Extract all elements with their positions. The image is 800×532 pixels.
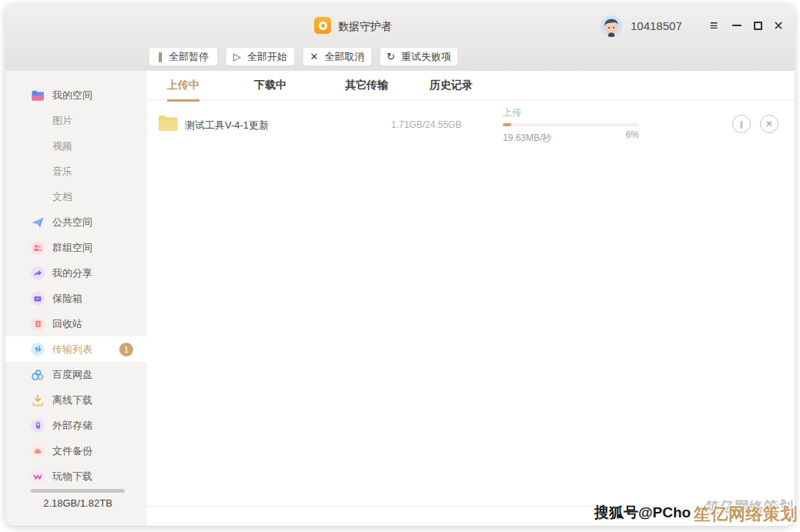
sidebar-item-label: 公共空间 [52, 216, 92, 229]
retry-failed-label: 重试失败项 [401, 50, 451, 64]
app-title: 数据守护者 [338, 20, 392, 34]
group-icon [31, 241, 45, 255]
folder-icon [158, 114, 179, 135]
close-icon: ✕ [773, 18, 783, 33]
app-logo-icon [314, 17, 331, 34]
sidebar-item-label: 视频 [52, 139, 72, 153]
watermark-sohu: 搜狐号@PCho [594, 503, 691, 523]
sidebar-item-label: 玩物下载 [52, 470, 92, 483]
tab-history[interactable]: 历史记录 [430, 79, 473, 99]
avatar-image [601, 15, 622, 37]
external-storage-icon [31, 419, 45, 433]
sidebar-item-label: 回收站 [52, 317, 82, 331]
sidebar-item-label: 图片 [52, 114, 72, 128]
pause-all-button[interactable]: ∥ 全部暂停 [149, 47, 218, 66]
transfer-count-badge: 1 [119, 343, 133, 356]
user-id: 10418507 [631, 19, 682, 32]
transfer-file-name: 测试工具V-4-1更新 [185, 119, 269, 132]
upload-progress-fill [503, 123, 511, 126]
tab-uploading[interactable]: 上传中 [167, 79, 199, 102]
sidebar-item-documents[interactable]: 文档 [5, 184, 147, 209]
sidebar-item-transfer-list[interactable]: 传输列表 1 [5, 336, 147, 362]
sidebar-item-my-space[interactable]: 我的空间 [5, 82, 147, 108]
start-all-button[interactable]: ▷ 全部开始 [226, 47, 295, 66]
sidebar-item-label: 我的空间 [52, 89, 92, 102]
tab-bar: 上传中 下载中 其它传输 历史记录 [147, 71, 795, 100]
pause-all-label: 全部暂停 [169, 50, 209, 64]
sidebar-item-pictures[interactable]: 图片 [5, 108, 147, 133]
transfer-direction-label: 上传 [503, 106, 639, 119]
minimize-icon [732, 25, 741, 26]
sidebar-item-label: 音乐 [52, 165, 72, 179]
sidebar-item-label: 群组空间 [52, 241, 92, 255]
cancel-all-button[interactable]: ✕ 全部取消 [303, 47, 372, 66]
transfer-row[interactable]: 测试工具V-4-1更新 1.71GB/24.55GB 上传 19.63MB/秒 … [147, 105, 795, 145]
sidebar-item-label: 离线下载 [52, 393, 92, 407]
cloud-backup-icon [31, 444, 45, 458]
tab-other-transfers[interactable]: 其它传输 [345, 79, 388, 99]
row-pause-button[interactable]: ∥ [732, 115, 751, 133]
baidu-cloud-icon [31, 368, 45, 382]
row-pause-icon: ∥ [740, 120, 744, 129]
user-avatar[interactable] [601, 15, 622, 37]
cancel-all-label: 全部取消 [324, 50, 364, 64]
cancel-icon: ✕ [310, 52, 319, 62]
watermark-gold: 笙亿网络策划 [694, 503, 798, 526]
wanwu-icon [31, 470, 45, 483]
sidebar-item-recycle-bin[interactable]: 回收站 [5, 311, 147, 336]
maximize-button[interactable] [748, 16, 767, 35]
sidebar-item-external-storage[interactable]: 外部存储 [5, 413, 147, 438]
screen: 数据守护者 10418507 ≡ ✕ ∥ 全部暂停 [0, 0, 800, 532]
transfer-arrows-icon [31, 343, 45, 356]
minimize-button[interactable] [728, 16, 746, 35]
start-all-label: 全部开始 [247, 50, 287, 64]
safe-box-icon [31, 292, 45, 306]
row-cancel-icon: ✕ [765, 119, 773, 129]
sidebar-item-group-space[interactable]: 群组空间 [5, 235, 147, 260]
menu-icon: ≡ [710, 18, 718, 34]
storage-usage-text: 2.18GB/1.82TB [31, 497, 125, 509]
sidebar-item-wanwu-download[interactable]: 玩物下载 [5, 463, 147, 489]
sidebar-item-public-space[interactable]: 公共空间 [5, 209, 147, 235]
share-icon [31, 266, 45, 280]
offline-download-icon [31, 393, 45, 407]
transfer-progress: 上传 19.63MB/秒 6% [503, 106, 639, 143]
sidebar-item-music[interactable]: 音乐 [5, 159, 147, 184]
sidebar-item-safe-box[interactable]: 保险箱 [5, 286, 147, 311]
maximize-icon [754, 22, 762, 30]
title-bar: 数据守护者 10418507 ≡ ✕ ∥ 全部暂停 [5, 5, 795, 71]
progress-track [503, 123, 639, 126]
app-window: 数据守护者 10418507 ≡ ✕ ∥ 全部暂停 [5, 5, 795, 526]
sidebar-item-baidu-netdisk[interactable]: 百度网盘 [5, 362, 147, 387]
transfer-size: 1.71GB/24.55GB [391, 119, 461, 130]
paper-plane-icon [31, 216, 45, 229]
sidebar-item-label: 我的分享 [52, 266, 92, 280]
tab-downloading[interactable]: 下载中 [254, 79, 286, 99]
play-icon: ▷ [233, 52, 241, 62]
pause-icon: ∥ [158, 52, 163, 62]
sidebar-item-label: 传输列表 [52, 343, 92, 356]
sidebar-item-label: 外部存储 [52, 419, 92, 433]
sidebar-item-offline-download[interactable]: 离线下载 [5, 387, 147, 413]
row-cancel-button[interactable]: ✕ [760, 115, 778, 133]
transfer-speed: 19.63MB/秒 [503, 132, 551, 145]
sidebar-item-file-backup[interactable]: 文件备份 [5, 438, 147, 463]
retry-failed-button[interactable]: ↻ 重试失败项 [380, 47, 458, 66]
my-space-folder-icon [31, 89, 45, 102]
sidebar-item-label: 保险箱 [52, 292, 82, 306]
storage-usage-bar [31, 489, 125, 493]
sidebar: 我的空间 图片 视频 音乐 文档 公共空间 [5, 71, 147, 526]
sidebar-item-label: 文档 [52, 190, 72, 204]
retry-icon: ↻ [387, 52, 395, 62]
main-content: 上传中 下载中 其它传输 历史记录 测试工具V-4-1更新 1.71GB/24.… [147, 71, 795, 526]
menu-button[interactable]: ≡ [705, 16, 723, 35]
trash-icon [31, 317, 45, 331]
sidebar-item-label: 百度网盘 [52, 368, 92, 382]
close-button[interactable]: ✕ [769, 16, 788, 35]
sidebar-item-my-share[interactable]: 我的分享 [5, 260, 147, 286]
transfer-percent: 6% [626, 129, 639, 140]
sidebar-item-label: 文件备份 [52, 444, 92, 458]
sidebar-item-videos[interactable]: 视频 [5, 133, 147, 159]
